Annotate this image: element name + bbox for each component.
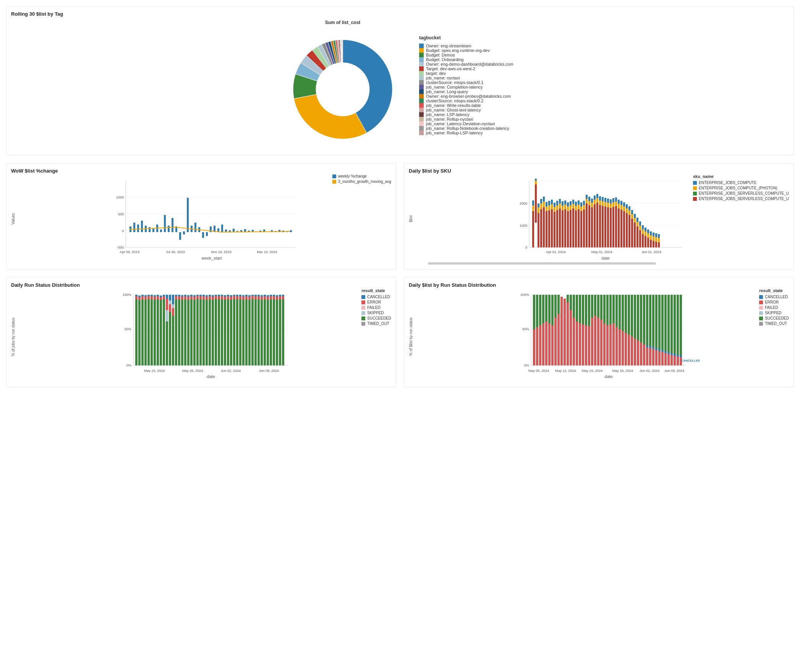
legend-color — [419, 112, 424, 117]
svg-rect-474 — [658, 351, 661, 365]
svg-rect-429 — [594, 295, 596, 316]
svg-rect-23 — [160, 229, 162, 232]
middle-row: WoW $list %change weekly %change 3_month… — [6, 163, 794, 270]
legend-label: job_name: nyctaxi — [426, 76, 460, 80]
svg-rect-431 — [597, 295, 599, 318]
svg-rect-207 — [653, 233, 654, 236]
svg-rect-346 — [254, 299, 257, 365]
svg-rect-101 — [559, 204, 561, 208]
svg-rect-194 — [642, 229, 644, 234]
wow-legend-label-1: weekly %change — [338, 174, 367, 178]
svg-rect-362 — [270, 296, 272, 299]
svg-rect-267 — [172, 295, 174, 304]
svg-rect-263 — [169, 295, 171, 300]
svg-rect-309 — [215, 295, 217, 296]
svg-rect-450 — [628, 335, 630, 365]
svg-rect-164 — [615, 202, 617, 206]
svg-rect-465 — [649, 348, 651, 365]
svg-text:May 19, 2024: May 19, 2024 — [582, 369, 603, 373]
legend-color — [419, 48, 424, 53]
legend-label: job_name: Completion-latency — [426, 85, 483, 89]
svg-rect-210 — [655, 233, 657, 237]
svg-rect-148 — [602, 206, 604, 247]
svg-text:Apr 09, 2023: Apr 09, 2023 — [120, 250, 139, 254]
svg-rect-455 — [634, 295, 636, 339]
svg-rect-451 — [628, 295, 630, 335]
donut-section-title: Rolling 30 $list by Tag — [11, 11, 789, 17]
svg-rect-179 — [628, 210, 630, 215]
svg-rect-375 — [282, 295, 284, 296]
svg-rect-227 — [135, 296, 138, 299]
svg-rect-415 — [573, 295, 575, 318]
svg-rect-269 — [175, 296, 177, 299]
svg-rect-266 — [172, 304, 174, 308]
svg-rect-116 — [572, 204, 574, 208]
svg-rect-485 — [667, 352, 670, 354]
legend-item: job_name: Rollup-LSP-latency — [419, 131, 518, 135]
svg-rect-265 — [172, 308, 174, 316]
svg-rect-103 — [562, 210, 564, 247]
svg-rect-204 — [650, 231, 652, 235]
svg-text:week_start: week_start — [201, 256, 222, 260]
svg-rect-270 — [175, 295, 177, 296]
svg-text:CANCELLED: CANCELLED — [681, 359, 700, 362]
svg-rect-102 — [559, 199, 561, 204]
sku-scrollbar[interactable] — [428, 262, 656, 265]
svg-rect-434 — [603, 323, 606, 365]
svg-rect-469 — [652, 295, 654, 349]
svg-rect-203 — [650, 235, 652, 240]
svg-rect-303 — [209, 295, 211, 296]
legend-label: job_name: Latency-Deviation-nyctaxi — [426, 121, 495, 126]
legend-item: job_name: Latency-Deviation-nyctaxi — [419, 121, 518, 126]
svg-rect-198 — [645, 228, 646, 231]
sku-y-label: $list — [409, 177, 413, 261]
legend-item: Budget: Onboarding — [419, 57, 518, 62]
svg-rect-110 — [567, 207, 569, 211]
svg-rect-401 — [548, 295, 551, 323]
svg-rect-182 — [631, 214, 633, 219]
svg-rect-98 — [556, 205, 558, 210]
svg-rect-302 — [209, 296, 211, 299]
svg-rect-79 — [540, 209, 542, 247]
svg-rect-97 — [556, 210, 558, 247]
wow-y-label: Values — [11, 177, 15, 261]
svg-rect-432 — [600, 320, 602, 365]
legend-item: Budget: Demos — [419, 53, 518, 57]
svg-rect-398 — [545, 321, 547, 365]
svg-rect-357 — [264, 295, 266, 296]
svg-rect-338 — [245, 296, 248, 299]
svg-rect-311 — [218, 296, 220, 299]
svg-rect-250 — [160, 300, 162, 365]
svg-rect-122 — [578, 205, 580, 209]
svg-rect-488 — [670, 353, 673, 355]
svg-rect-454 — [634, 339, 636, 365]
svg-rect-478 — [661, 295, 664, 352]
list-status-panel: Daily $list by Run Status Distribution r… — [404, 277, 794, 388]
wow-chart-inner: Values -500 0 500 1000 — [11, 177, 391, 261]
legend-color — [419, 108, 424, 112]
svg-rect-121 — [578, 209, 580, 247]
run-status-title: Daily Run Status Distribution — [11, 282, 391, 288]
svg-rect-256 — [166, 321, 168, 365]
svg-rect-491 — [674, 354, 676, 356]
ls-legend-3: FAILED — [759, 305, 789, 310]
svg-rect-307 — [215, 299, 217, 365]
legend-label: job_name: Long-query — [426, 89, 468, 94]
svg-text:Jun 01, 2024: Jun 01, 2024 — [641, 250, 661, 254]
svg-rect-190 — [639, 230, 641, 247]
sku-legend-item-4: ENTERPRISE_JOBS_SERVERLESS_COMPUTE_U — [693, 197, 789, 201]
svg-rect-471 — [655, 350, 657, 365]
svg-rect-21 — [152, 228, 154, 232]
svg-rect-460 — [643, 344, 645, 365]
svg-rect-351 — [257, 295, 260, 296]
svg-rect-271 — [178, 299, 180, 365]
svg-rect-258 — [166, 299, 168, 310]
legend-color — [419, 89, 424, 94]
svg-rect-287 — [193, 297, 196, 300]
svg-rect-153 — [604, 198, 606, 202]
svg-rect-300 — [206, 295, 208, 297]
svg-rect-141 — [594, 195, 596, 200]
svg-rect-456 — [637, 341, 639, 365]
svg-rect-479 — [661, 350, 664, 352]
svg-rect-337 — [245, 299, 248, 365]
